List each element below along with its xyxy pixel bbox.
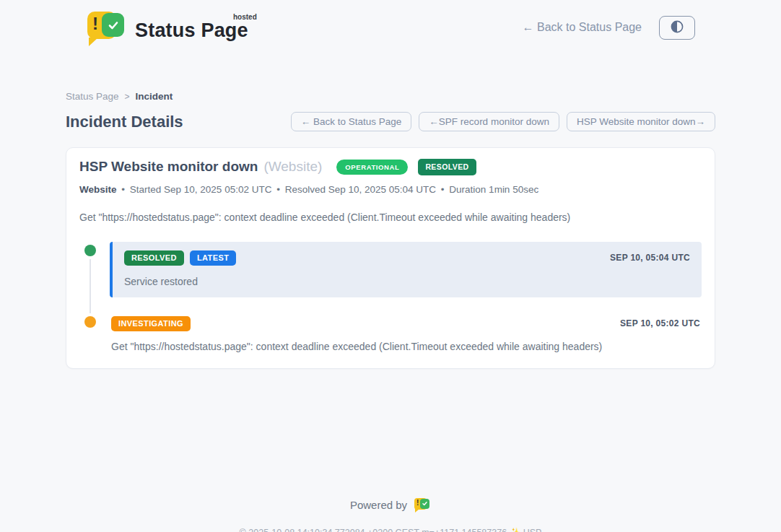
contrast-icon <box>670 19 684 36</box>
breadcrumb: Status Page > Incident <box>66 91 715 102</box>
check-icon <box>102 13 124 37</box>
timeline-timestamp: SEP 10, 05:04 UTC <box>610 253 690 263</box>
meta-component: Website <box>79 184 117 195</box>
incident-description: Get "https://hostedstatus.page": context… <box>79 212 702 223</box>
powered-by[interactable]: Powered by ! <box>350 497 431 513</box>
check-icon <box>420 499 429 509</box>
meta-resolved: Resolved Sep 10, 2025 05:04 UTC <box>285 184 436 195</box>
powered-by-label: Powered by <box>350 499 407 511</box>
main-content: Status Page > Incident Incident Details … <box>66 91 715 369</box>
operational-status-badge: OPERATIONAL <box>336 160 408 175</box>
timeline-resolved-badge: RESOLVED <box>124 250 184 266</box>
meta-started: Started Sep 10, 2025 05:02 UTC <box>130 184 272 195</box>
timeline-message: Get "https://hostedstatus.page": context… <box>111 341 700 352</box>
incident-card: HSP Website monitor down (Website) OPERA… <box>66 147 715 369</box>
back-to-status-page-button[interactable]: ← Back to Status Page <box>291 112 412 131</box>
previous-incident-button[interactable]: ←SPF record monitor down <box>419 112 559 131</box>
status-page-logo-icon: ! <box>86 10 126 45</box>
logo-hosted-label: hosted <box>233 13 257 21</box>
timeline-latest-badge: LATEST <box>190 250 236 266</box>
timeline-dot-orange <box>84 316 96 328</box>
header-back-to-status-page-link[interactable]: ← Back to Status Page <box>523 21 642 34</box>
timeline-dot-green <box>84 245 96 256</box>
breadcrumb-incident: Incident <box>136 91 173 102</box>
incident-component: (Website) <box>263 159 322 175</box>
resolved-status-badge: RESOLVED <box>418 159 476 175</box>
timeline-entry-resolved: RESOLVED LATEST SEP 10, 05:04 UTC Servic… <box>110 242 702 297</box>
meta-duration: Duration 1min 50sec <box>449 184 538 195</box>
incident-timeline: RESOLVED LATEST SEP 10, 05:04 UTC Servic… <box>79 242 702 352</box>
incident-title: HSP Website monitor down <box>79 159 258 175</box>
theme-toggle-button[interactable] <box>659 16 695 40</box>
incident-nav-buttons: ← Back to Status Page ←SPF record monito… <box>291 112 715 131</box>
timeline-investigating-badge: INVESTIGATING <box>111 316 191 331</box>
breadcrumb-status-page[interactable]: Status Page <box>66 91 119 102</box>
copyright-line: © 2025-10-08 14:10:34.772084 +0200 CEST … <box>0 527 781 532</box>
page-footer: Powered by ! © 2025-10-08 14:10:34.77208… <box>0 497 781 532</box>
page-title: Incident Details <box>66 113 183 131</box>
timeline-line <box>90 252 91 318</box>
site-header: ! Status Page hosted ← Back to Status Pa… <box>0 0 781 45</box>
timeline-entry-investigating: INVESTIGATING SEP 10, 05:02 UTC Get "htt… <box>110 316 702 352</box>
status-page-logo[interactable]: ! Status Page hosted <box>86 10 248 45</box>
next-incident-button[interactable]: HSP Website monitor down→ <box>567 112 715 131</box>
breadcrumb-separator: > <box>125 92 130 102</box>
incident-meta: Website • Started Sep 10, 2025 05:02 UTC… <box>79 184 702 195</box>
timeline-message: Service restored <box>124 276 690 287</box>
hsp-logo-icon: ! <box>414 497 431 513</box>
timeline-timestamp: SEP 10, 05:02 UTC <box>620 318 700 328</box>
logo-title: Status Page <box>135 19 248 41</box>
